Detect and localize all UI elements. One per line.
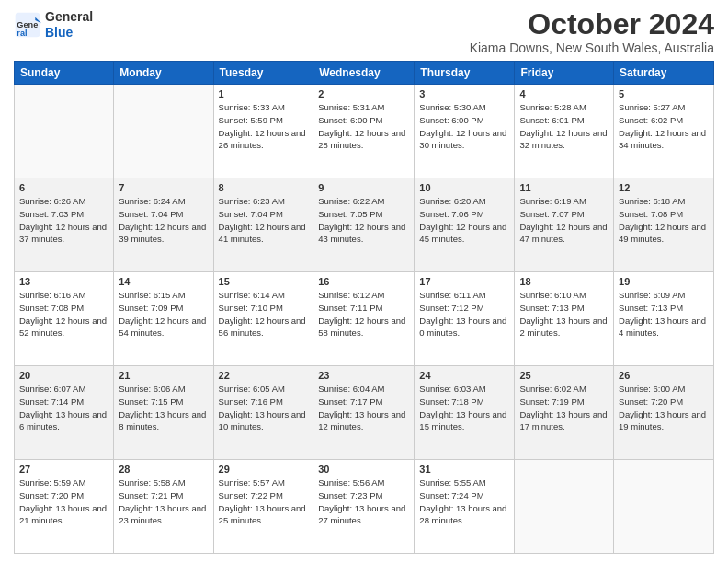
daylight: Daylight: 12 hours and 49 minutes.: [619, 222, 706, 245]
day-info: Sunrise: 5:55 AMSunset: 7:24 PMDaylight:…: [419, 477, 509, 527]
sunset: Sunset: 6:02 PM: [619, 115, 683, 125]
day-number: 29: [219, 464, 309, 475]
day-info: Sunrise: 6:22 AMSunset: 7:05 PMDaylight:…: [318, 195, 409, 246]
sunrise: Sunrise: 6:00 AM: [619, 384, 685, 394]
table-row: [614, 460, 714, 554]
day-number: 28: [119, 464, 208, 475]
sunrise: Sunrise: 6:26 AM: [19, 196, 85, 206]
sunrise: Sunrise: 6:04 AM: [318, 384, 384, 394]
daylight: Daylight: 12 hours and 58 minutes.: [318, 316, 405, 339]
table-row: 29Sunrise: 5:57 AMSunset: 7:22 PMDayligh…: [213, 460, 313, 554]
sunset: Sunset: 7:15 PM: [119, 396, 183, 407]
day-number: 23: [318, 370, 409, 381]
day-info: Sunrise: 5:30 AMSunset: 6:00 PMDaylight:…: [419, 101, 509, 152]
sunset: Sunset: 7:07 PM: [519, 209, 584, 219]
table-row: 14Sunrise: 6:15 AMSunset: 7:09 PMDayligh…: [114, 272, 213, 366]
day-info: Sunrise: 5:27 AMSunset: 6:02 PMDaylight:…: [619, 101, 709, 152]
daylight: Daylight: 13 hours and 10 minutes.: [219, 409, 306, 432]
table-row: 2Sunrise: 5:31 AMSunset: 6:00 PMDaylight…: [313, 85, 415, 178]
day-info: Sunrise: 6:24 AMSunset: 7:04 PMDaylight:…: [119, 195, 208, 246]
sunset: Sunset: 6:00 PM: [419, 115, 483, 125]
sunrise: Sunrise: 5:56 AM: [318, 477, 384, 488]
daylight: Daylight: 13 hours and 23 minutes.: [119, 503, 206, 526]
day-number: 26: [619, 370, 709, 381]
sunrise: Sunrise: 6:09 AM: [619, 290, 685, 300]
table-row: 31Sunrise: 5:55 AMSunset: 7:24 PMDayligh…: [415, 460, 515, 554]
sunrise: Sunrise: 6:02 AM: [519, 384, 586, 394]
table-row: 4Sunrise: 5:28 AMSunset: 6:01 PMDaylight…: [515, 85, 614, 178]
day-info: Sunrise: 5:59 AMSunset: 7:20 PMDaylight:…: [19, 477, 108, 527]
day-info: Sunrise: 6:18 AMSunset: 7:08 PMDaylight:…: [619, 195, 709, 246]
table-row: 28Sunrise: 5:58 AMSunset: 7:21 PMDayligh…: [114, 460, 213, 554]
daylight: Daylight: 12 hours and 28 minutes.: [318, 128, 405, 151]
daylight: Daylight: 13 hours and 27 minutes.: [318, 503, 405, 526]
table-row: 17Sunrise: 6:11 AMSunset: 7:12 PMDayligh…: [415, 272, 515, 366]
day-info: Sunrise: 5:56 AMSunset: 7:23 PMDaylight:…: [318, 477, 409, 527]
calendar-week-row: 1Sunrise: 5:33 AMSunset: 5:59 PMDaylight…: [15, 85, 714, 178]
day-number: 2: [318, 88, 409, 99]
sunset: Sunset: 7:23 PM: [318, 490, 382, 500]
col-monday: Monday: [114, 62, 213, 85]
sunset: Sunset: 7:04 PM: [119, 209, 183, 219]
table-row: 11Sunrise: 6:19 AMSunset: 7:07 PMDayligh…: [515, 178, 614, 272]
sunrise: Sunrise: 6:05 AM: [219, 384, 285, 394]
daylight: Daylight: 12 hours and 43 minutes.: [318, 222, 405, 245]
daylight: Daylight: 13 hours and 28 minutes.: [419, 503, 506, 526]
day-info: Sunrise: 6:10 AMSunset: 7:13 PMDaylight:…: [519, 289, 609, 339]
table-row: 19Sunrise: 6:09 AMSunset: 7:13 PMDayligh…: [614, 272, 714, 366]
day-info: Sunrise: 6:20 AMSunset: 7:06 PMDaylight:…: [419, 195, 509, 246]
daylight: Daylight: 12 hours and 32 minutes.: [519, 128, 607, 151]
day-info: Sunrise: 6:02 AMSunset: 7:19 PMDaylight:…: [519, 383, 609, 433]
sunrise: Sunrise: 5:59 AM: [19, 477, 85, 488]
calendar-week-row: 20Sunrise: 6:07 AMSunset: 7:14 PMDayligh…: [15, 366, 714, 460]
sunset: Sunset: 7:13 PM: [619, 303, 683, 313]
daylight: Daylight: 12 hours and 52 minutes.: [19, 316, 107, 339]
logo: Gene ral General Blue: [14, 9, 93, 40]
col-wednesday: Wednesday: [313, 62, 415, 85]
daylight: Daylight: 12 hours and 30 minutes.: [419, 128, 506, 151]
table-row: 26Sunrise: 6:00 AMSunset: 7:20 PMDayligh…: [614, 366, 714, 460]
day-number: 25: [519, 370, 609, 381]
sunrise: Sunrise: 6:03 AM: [419, 384, 485, 394]
daylight: Daylight: 13 hours and 0 minutes.: [419, 316, 506, 339]
day-number: 6: [19, 182, 108, 193]
sunrise: Sunrise: 6:12 AM: [318, 290, 384, 300]
day-number: 13: [19, 276, 108, 287]
logo-text-line1: General: [45, 9, 93, 25]
table-row: 10Sunrise: 6:20 AMSunset: 7:06 PMDayligh…: [415, 178, 515, 272]
day-number: 22: [219, 370, 309, 381]
daylight: Daylight: 12 hours and 39 minutes.: [119, 222, 206, 245]
day-number: 20: [19, 370, 108, 381]
daylight: Daylight: 12 hours and 47 minutes.: [519, 222, 607, 245]
logo-text-line2: Blue: [45, 25, 93, 40]
col-saturday: Saturday: [614, 62, 714, 85]
table-row: 23Sunrise: 6:04 AMSunset: 7:17 PMDayligh…: [313, 366, 415, 460]
table-row: 15Sunrise: 6:14 AMSunset: 7:10 PMDayligh…: [213, 272, 313, 366]
sunrise: Sunrise: 6:18 AM: [619, 196, 685, 206]
sunset: Sunset: 7:13 PM: [519, 303, 584, 313]
table-row: 13Sunrise: 6:16 AMSunset: 7:08 PMDayligh…: [15, 272, 114, 366]
sunrise: Sunrise: 5:27 AM: [619, 102, 685, 112]
sunset: Sunset: 7:18 PM: [419, 396, 483, 407]
daylight: Daylight: 13 hours and 8 minutes.: [119, 409, 206, 432]
day-number: 5: [619, 88, 709, 99]
sunset: Sunset: 7:11 PM: [318, 303, 382, 313]
day-number: 10: [419, 182, 509, 193]
sunrise: Sunrise: 6:22 AM: [318, 196, 384, 206]
sunset: Sunset: 7:08 PM: [619, 209, 683, 219]
day-info: Sunrise: 5:28 AMSunset: 6:01 PMDaylight:…: [519, 101, 609, 152]
day-info: Sunrise: 6:14 AMSunset: 7:10 PMDaylight:…: [219, 289, 309, 339]
sunrise: Sunrise: 5:58 AM: [119, 477, 185, 488]
day-info: Sunrise: 6:16 AMSunset: 7:08 PMDaylight:…: [19, 289, 108, 339]
calendar-week-row: 27Sunrise: 5:59 AMSunset: 7:20 PMDayligh…: [15, 460, 714, 554]
calendar-week-row: 13Sunrise: 6:16 AMSunset: 7:08 PMDayligh…: [15, 272, 714, 366]
daylight: Daylight: 12 hours and 37 minutes.: [19, 222, 107, 245]
daylight: Daylight: 12 hours and 56 minutes.: [219, 316, 306, 339]
sunset: Sunset: 7:06 PM: [419, 209, 483, 219]
sunrise: Sunrise: 6:15 AM: [119, 290, 185, 300]
col-friday: Friday: [515, 62, 614, 85]
sunset: Sunset: 7:05 PM: [318, 209, 382, 219]
table-row: 24Sunrise: 6:03 AMSunset: 7:18 PMDayligh…: [415, 366, 515, 460]
sunset: Sunset: 6:00 PM: [318, 115, 382, 125]
day-number: 8: [219, 182, 309, 193]
